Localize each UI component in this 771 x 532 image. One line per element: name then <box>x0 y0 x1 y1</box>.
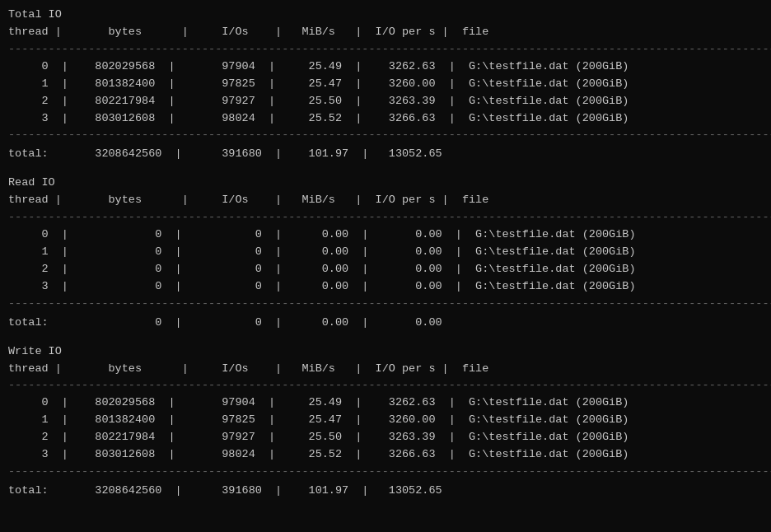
data-row-total-io-2: 2 | 802217984 | 97927 | 25.50 | 3263.39 … <box>8 93 763 110</box>
app-container: Total IO thread | bytes | I/Os | MiB/s |… <box>8 7 763 500</box>
section-write-io: Write IO thread | bytes | I/Os | MiB/s |… <box>8 343 763 500</box>
data-row-write-io-2: 2 | 802217984 | 97927 | 25.50 | 3263.39 … <box>8 429 763 446</box>
total-row-total-io: total: 3208642560 | 391680 | 101.97 | 13… <box>8 146 763 163</box>
divider-top-total-io: ----------------------------------------… <box>8 41 763 58</box>
data-row-read-io-0: 0 | 0 | 0 | 0.00 | 0.00 | G:\testfile.da… <box>8 226 763 244</box>
divider-bottom-write-io: ----------------------------------------… <box>8 464 763 481</box>
section-title-read-io: Read IO thread | bytes | I/Os | MiB/s | … <box>8 175 763 209</box>
total-row-read-io: total: 0 | 0 | 0.00 | 0.00 <box>8 315 763 332</box>
section-title-total-io: Total IO thread | bytes | I/Os | MiB/s |… <box>8 7 763 41</box>
data-row-read-io-1: 1 | 0 | 0 | 0.00 | 0.00 | G:\testfile.da… <box>8 244 763 261</box>
divider-bottom-read-io: ----------------------------------------… <box>8 296 763 313</box>
section-read-io: Read IO thread | bytes | I/Os | MiB/s | … <box>8 175 763 338</box>
data-row-write-io-1: 1 | 801382400 | 97825 | 25.47 | 3260.00 … <box>8 412 763 429</box>
total-row-write-io: total: 3208642560 | 391680 | 101.97 | 13… <box>8 483 763 500</box>
data-row-write-io-0: 0 | 802029568 | 97904 | 25.49 | 3262.63 … <box>8 394 763 412</box>
divider-top-write-io: ----------------------------------------… <box>8 377 763 394</box>
data-row-read-io-3: 3 | 0 | 0 | 0.00 | 0.00 | G:\testfile.da… <box>8 278 763 296</box>
data-row-read-io-2: 2 | 0 | 0 | 0.00 | 0.00 | G:\testfile.da… <box>8 261 763 278</box>
section-title-write-io: Write IO thread | bytes | I/Os | MiB/s |… <box>8 343 763 378</box>
section-total-io: Total IO thread | bytes | I/Os | MiB/s |… <box>8 7 763 170</box>
data-row-total-io-1: 1 | 801382400 | 97825 | 25.47 | 3260.00 … <box>8 76 763 93</box>
data-row-total-io-0: 0 | 802029568 | 97904 | 25.49 | 3262.63 … <box>8 58 763 76</box>
data-row-total-io-3: 3 | 803012608 | 98024 | 25.52 | 3266.63 … <box>8 110 763 128</box>
divider-top-read-io: ----------------------------------------… <box>8 209 763 226</box>
data-row-write-io-3: 3 | 803012608 | 98024 | 25.52 | 3266.63 … <box>8 446 763 464</box>
divider-bottom-total-io: ----------------------------------------… <box>8 127 763 144</box>
